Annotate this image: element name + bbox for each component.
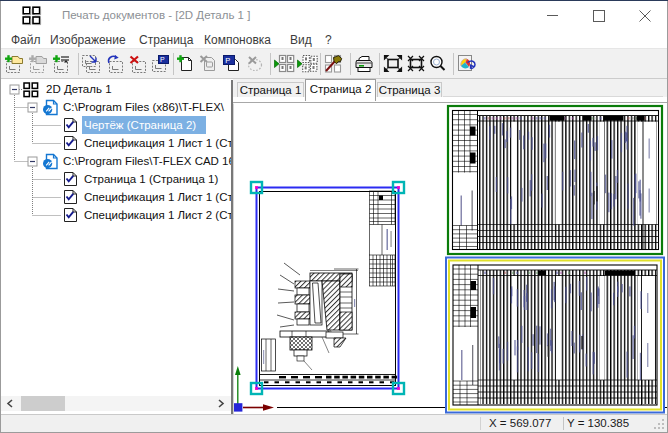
svg-text:P: P [225, 56, 230, 65]
svg-text:P: P [160, 56, 165, 63]
